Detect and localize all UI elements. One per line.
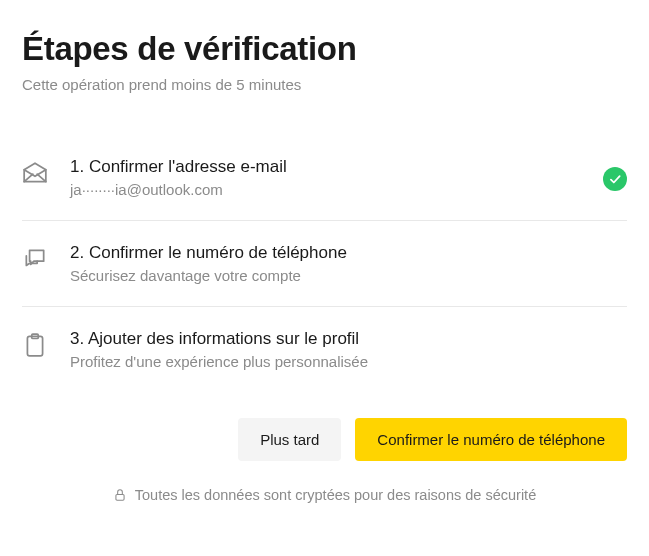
later-button[interactable]: Plus tard [238,418,341,461]
checkmark-icon [603,167,627,191]
chat-icon [22,246,48,272]
step-email: 1. Confirmer l'adresse e-mail ja········… [22,135,627,221]
confirm-phone-button[interactable]: Confirmer le numéro de téléphone [355,418,627,461]
envelope-icon [22,160,48,186]
step-desc: ja········ia@outlook.com [70,181,603,198]
step-phone: 2. Confirmer le numéro de téléphone Sécu… [22,221,627,307]
step-profile: 3. Ajouter des informations sur le profi… [22,307,627,392]
clipboard-icon [22,332,48,358]
step-desc: Profitez d'une expérience plus personnal… [70,353,627,370]
step-title: 2. Confirmer le numéro de téléphone [70,243,627,263]
page-subtitle: Cette opération prend moins de 5 minutes [22,76,627,93]
button-row: Plus tard Confirmer le numéro de télépho… [22,418,627,461]
step-title: 1. Confirmer l'adresse e-mail [70,157,603,177]
page-title: Étapes de vérification [22,30,627,68]
svg-rect-2 [116,494,124,500]
steps-list: 1. Confirmer l'adresse e-mail ja········… [22,135,627,392]
lock-icon [113,488,127,502]
step-title: 3. Ajouter des informations sur le profi… [70,329,627,349]
step-desc: Sécurisez davantage votre compte [70,267,627,284]
footer: Toutes les données sont cryptées pour de… [22,487,627,503]
footer-text: Toutes les données sont cryptées pour de… [135,487,536,503]
